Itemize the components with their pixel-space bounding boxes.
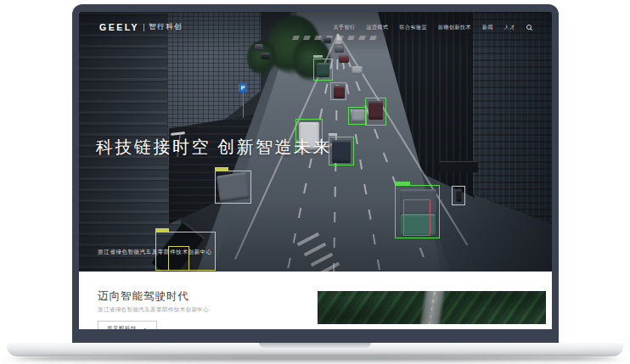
section-heading: 迈向智能驾驶时代 [98,289,209,304]
detection-box [365,98,386,126]
nav-item[interactable]: 人才 [504,24,515,31]
nav-item[interactable]: 前瞻创新技术 [438,24,471,31]
forest-shade [318,291,546,324]
detection-label [395,182,410,186]
vehicle [323,37,331,43]
logo-subtitle: 智行科创 [149,22,183,32]
section-text-block: 迈向智能驾驶时代 浙江省绿色智能汽车及零部件技术创新中心 所见即科技 ➤ [98,289,209,329]
forest-image [318,291,546,324]
detection-box [403,199,430,236]
search-icon[interactable] [526,25,532,30]
section-subtext: 浙江省绿色智能汽车及零部件技术创新中心 [98,306,209,314]
hero-scene: P THE POWER TO CHANGE THE FU 科技链接时空 创新智造… [79,12,552,272]
detection-box [348,107,367,125]
vehicle [255,44,263,51]
vehicle [339,55,349,63]
nav-item[interactable]: 运营模式 [367,24,389,31]
vehicle [335,46,344,53]
nav-item[interactable]: 新闻 [482,24,493,31]
detection-box [313,59,333,81]
arrow-right-icon: ➤ [143,327,148,330]
detection-label [313,55,323,58]
laptop-shadow [15,356,615,361]
detection-box [330,82,346,100]
detection-box [215,171,251,204]
hero-caption: 浙江省绿色智能汽车及零部件技术创新中心 [98,249,212,256]
detection-box [452,186,465,205]
site-header: GEELY 智行科创 关于智行运营模式联合实验室前瞻创新技术新闻人才 [79,22,552,32]
content-section: 迈向智能驾驶时代 浙江省绿色智能汽车及零部件技术创新中心 所见即科技 ➤ [79,272,552,329]
browser-viewport: P THE POWER TO CHANGE THE FU 科技链接时空 创新智造… [79,12,552,329]
street-kiosk [439,161,478,172]
nav-item[interactable]: 联合实验室 [400,24,428,31]
parking-sign-pole [243,92,244,118]
detection-box [329,137,354,165]
logo-divider [143,24,144,31]
laptop-base [7,343,623,356]
detection-label [155,228,169,232]
nav-item[interactable]: 关于智行 [334,24,356,31]
see-tech-button-label: 所见即科技 [107,325,137,329]
detection-label [215,167,228,171]
see-tech-button[interactable]: 所见即科技 ➤ [98,321,157,329]
brand-logo[interactable]: GEELY 智行科创 [99,22,183,32]
laptop-hinge-notch [259,343,371,348]
hero-headline: 科技链接时空 创新智造未来 [96,136,332,159]
office-building [473,12,552,224]
vehicle [352,66,363,75]
geely-logo-text: GEELY [99,22,139,32]
laptop-screen: P THE POWER TO CHANGE THE FU 科技链接时空 创新智造… [72,4,559,343]
crosswalk [293,36,400,42]
parking-sign: P [239,83,247,92]
main-nav: 关于智行运营模式联合实验室前瞻创新技术新闻人才 [334,24,532,31]
vehicle [261,53,270,59]
